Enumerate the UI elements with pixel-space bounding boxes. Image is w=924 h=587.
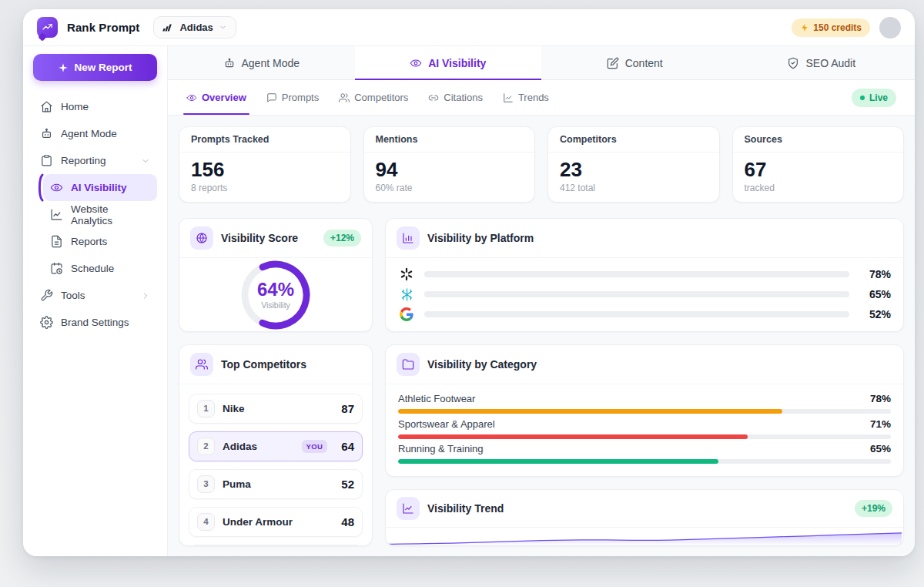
sidebar-item-label: Brand Settings	[61, 317, 129, 328]
tab-ai-visibility[interactable]: AI Visibility	[355, 46, 542, 79]
chevron-down-icon	[141, 156, 150, 166]
shield-check-icon	[787, 57, 799, 69]
stat-sub: 412 total	[560, 183, 708, 193]
credits-label: 150 credits	[813, 22, 862, 33]
score-caption: Visibility	[261, 300, 290, 310]
visibility-by-category-card: Visibility by Category Athletic Footwear…	[385, 344, 904, 477]
category-row: Sportswear & Apparel71%	[398, 418, 891, 439]
globe-icon	[190, 226, 213, 250]
stat-value: 67	[745, 159, 892, 181]
live-badge: Live	[852, 89, 896, 107]
tab-content[interactable]: Content	[541, 46, 728, 79]
category-bar-fill	[398, 459, 718, 464]
subtab-trends[interactable]: Trends	[503, 80, 549, 115]
platform-row-google: 52%	[398, 306, 891, 323]
competitor-name: Nike	[223, 403, 245, 414]
avatar[interactable]	[879, 17, 901, 39]
bolt-icon	[800, 23, 809, 32]
eye-icon	[410, 57, 422, 69]
stat-value: 23	[560, 159, 708, 181]
stat-sub: 8 reports	[191, 183, 339, 193]
live-dot-icon	[860, 96, 865, 100]
competitor-row[interactable]: 4 Under Armour 48	[189, 507, 363, 537]
competitor-rank: 1	[197, 400, 215, 418]
subtab-label: Competitors	[354, 92, 408, 103]
credits-badge[interactable]: 150 credits	[792, 18, 870, 37]
score-value: 64%	[257, 280, 294, 299]
tab-seo-audit[interactable]: SEO Audit	[728, 46, 916, 79]
sidebar-item-home[interactable]: Home	[33, 93, 157, 120]
subtab-label: Overview	[202, 92, 246, 103]
platform-pct: 78%	[859, 268, 891, 280]
category-row: Athletic Footwear78%	[398, 393, 891, 414]
sidebar-item-agent-mode[interactable]: Agent Mode	[33, 120, 157, 147]
category-pct: 78%	[870, 393, 891, 404]
platform-bar-track	[424, 291, 849, 297]
app-name: Rank Prompt	[67, 21, 139, 34]
brand-selector[interactable]: Adidas	[153, 16, 236, 39]
sidebar-item-reporting[interactable]: Reporting	[33, 147, 157, 174]
pen-square-icon	[607, 57, 619, 69]
sidebar-item-reports[interactable]: Reports	[43, 228, 157, 255]
brand-selector-label: Adidas	[179, 22, 213, 33]
new-report-button[interactable]: New Report	[33, 54, 157, 81]
robot-icon	[223, 57, 236, 69]
content-area: Prompts Tracked 1568 reports Mentions 94…	[168, 116, 915, 556]
competitor-row-you[interactable]: 2 Adidas YOU 64	[189, 431, 363, 461]
sidebar-item-schedule[interactable]: Schedule	[43, 255, 157, 282]
robot-icon	[40, 127, 53, 140]
subtab-citations[interactable]: Citations	[428, 80, 483, 115]
subtab-prompts[interactable]: Prompts	[266, 80, 319, 115]
sidebar-item-website-analytics[interactable]: Website Analytics	[43, 201, 157, 228]
sidebar-item-ai-visibility[interactable]: AI Visibility	[43, 174, 157, 201]
card-title: Top Competitors	[221, 358, 306, 371]
tab-label: SEO Audit	[805, 57, 855, 69]
category-label: Running & Training	[398, 443, 484, 455]
category-label: Sportswear & Apparel	[398, 418, 495, 430]
visibility-score-donut: 64% Visibility	[239, 258, 313, 332]
main-area: Agent Mode AI Visibility Content SEO Aud…	[168, 46, 915, 556]
sidebar-item-label: Reporting	[61, 155, 106, 166]
folder-icon	[397, 353, 420, 376]
visibility-trend-card: Visibility Trend +19%	[385, 489, 904, 546]
calendar-clock-icon	[50, 262, 63, 275]
tab-agent-mode[interactable]: Agent Mode	[168, 46, 355, 79]
top-competitors-card: Top Competitors 1 Nike 87 2 A	[179, 344, 373, 546]
trend-area-fill	[387, 532, 902, 545]
subtab-competitors[interactable]: Competitors	[339, 80, 408, 115]
line-chart-icon	[50, 208, 63, 221]
stat-label: Prompts Tracked	[179, 127, 350, 153]
message-icon	[266, 92, 277, 103]
competitor-row[interactable]: 3 Puma 52	[189, 469, 363, 499]
competitor-row[interactable]: 5 New Balance 42	[189, 545, 363, 545]
competitor-rank: 4	[197, 513, 215, 531]
subtab-overview[interactable]: Overview	[186, 80, 246, 115]
active-indicator	[36, 173, 44, 202]
tab-label: AI Visibility	[428, 57, 486, 69]
sidebar-item-label: Reports	[71, 236, 107, 247]
sidebar-item-label: Tools	[61, 290, 85, 301]
subtab-label: Citations	[444, 92, 483, 103]
stat-label: Mentions	[364, 127, 535, 153]
platform-bar-track	[424, 311, 849, 317]
subtab-bar: Overview Prompts Competitors Citations T…	[168, 80, 915, 116]
sidebar-item-tools[interactable]: Tools	[33, 282, 157, 309]
category-bar-track	[398, 434, 891, 439]
category-bar-fill	[398, 434, 748, 439]
chevron-right-icon	[141, 291, 150, 300]
new-report-label: New Report	[74, 62, 132, 73]
category-bar-track	[398, 459, 891, 464]
sparkle-icon	[58, 62, 69, 73]
competitor-row[interactable]: 1 Nike 87	[189, 394, 363, 424]
tab-label: Content	[625, 57, 663, 69]
competitor-rank: 3	[197, 475, 215, 493]
sidebar-item-brand-settings[interactable]: Brand Settings	[33, 309, 157, 336]
visibility-score-card: Visibility Score +12%	[179, 218, 373, 332]
chevron-down-icon	[219, 23, 227, 32]
file-icon	[50, 235, 63, 248]
wrench-icon	[40, 289, 53, 302]
stat-card-sources: Sources 67tracked	[732, 126, 905, 203]
trend-chart	[386, 528, 903, 545]
stat-sub: tracked	[745, 183, 892, 193]
category-bar-track	[398, 409, 891, 414]
